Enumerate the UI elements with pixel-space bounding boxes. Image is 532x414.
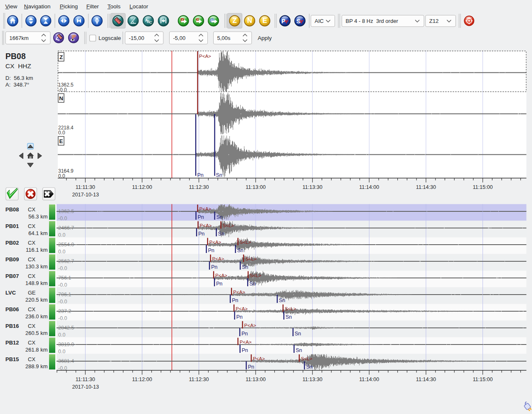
svg-text:LVC: LVC	[5, 290, 16, 296]
svg-text:CX: CX	[28, 323, 35, 329]
svg-text:Navigation: Navigation	[24, 3, 51, 10]
svg-text:PB08: PB08	[5, 206, 19, 213]
svg-text:64.1 km: 64.1 km	[28, 230, 47, 236]
svg-text:11:13:00: 11:13:00	[246, 377, 266, 382]
svg-text:Sn: Sn	[217, 214, 223, 220]
svg-text:S: S	[196, 17, 200, 24]
svg-text:130.3 km: 130.3 km	[25, 263, 47, 270]
svg-text:148.9 km: 148.9 km	[25, 280, 47, 286]
svg-text:11:11:30: 11:11:30	[76, 184, 95, 190]
svg-text:11:12:30: 11:12:30	[189, 377, 209, 382]
svg-text:P<A>: P<A>	[200, 223, 212, 228]
svg-text:PB09: PB09	[5, 256, 19, 263]
svg-text:0.0: 0.0	[58, 349, 65, 355]
svg-text:S<L>: S<L>	[301, 356, 313, 361]
svg-text:A: 348.7°: A: 348.7°	[5, 82, 29, 88]
svg-text:-0.0: -0.0	[58, 265, 67, 271]
svg-text:236.0 km: 236.0 km	[25, 313, 47, 320]
svg-text:S<L>: S<L>	[285, 306, 296, 311]
svg-text:11:13:00: 11:13:00	[246, 184, 266, 190]
svg-text:Tools: Tools	[107, 3, 121, 10]
svg-text:S<L>: S<L>	[250, 273, 261, 278]
svg-text:2017-10-13: 2017-10-13	[72, 384, 99, 390]
svg-text:-5,00: -5,00	[173, 35, 186, 41]
svg-text:PB15: PB15	[5, 356, 19, 362]
svg-text:11:11:30: 11:11:30	[76, 377, 95, 382]
svg-text:11:14:30: 11:14:30	[416, 377, 436, 382]
svg-text:CX: CX	[28, 273, 35, 279]
svg-text:Sn: Sn	[295, 331, 301, 337]
svg-text:Z: Z	[232, 17, 236, 24]
svg-text:-0.0: -0.0	[58, 282, 67, 288]
svg-text:P<A>: P<A>	[209, 240, 222, 245]
svg-text:D: 56.3 km: D: 56.3 km	[5, 75, 33, 81]
svg-text:288.9 km: 288.9 km	[25, 363, 47, 369]
svg-text:11:14:30: 11:14:30	[416, 184, 436, 190]
svg-text:-0.0: -0.0	[58, 299, 67, 305]
svg-text:-0.0: -0.0	[58, 216, 67, 221]
svg-text:261.8 km: 261.8 km	[25, 347, 47, 353]
svg-text:220.5 km: 220.5 km	[25, 297, 47, 303]
svg-text:11:12:00: 11:12:00	[132, 184, 152, 190]
svg-text:PB12: PB12	[5, 340, 19, 346]
svg-text:CX: CX	[28, 240, 35, 246]
svg-text:260.5 km: 260.5 km	[25, 330, 47, 336]
svg-text:Pn: Pn	[248, 364, 254, 370]
svg-text:2017-10-13: 2017-10-13	[72, 192, 99, 198]
svg-text:CX: CX	[28, 356, 35, 362]
svg-text:0.0: 0.0	[58, 332, 65, 338]
svg-text:116.1 km: 116.1 km	[26, 247, 48, 253]
svg-text:P<A>: P<A>	[212, 256, 224, 261]
svg-text:Pn: Pn	[197, 172, 204, 178]
svg-text:Pn: Pn	[198, 214, 204, 220]
svg-text:View: View	[5, 3, 17, 10]
svg-text:P<A>: P<A>	[233, 290, 245, 295]
svg-text:Z12: Z12	[429, 18, 438, 24]
svg-text:Pn: Pn	[198, 231, 204, 237]
svg-text:Sn: Sn	[249, 281, 256, 287]
svg-text:Picking: Picking	[60, 3, 78, 10]
svg-text:GE: GE	[28, 290, 36, 296]
svg-text:CX: CX	[28, 340, 35, 346]
svg-text:CX: CX	[28, 206, 35, 213]
svg-text:P<A>: P<A>	[253, 356, 265, 361]
svg-text:Sn: Sn	[216, 172, 222, 178]
svg-text:P<A>: P<A>	[200, 206, 212, 211]
svg-text:S<L>: S<L>	[240, 240, 251, 245]
svg-text:CX: CX	[28, 306, 35, 312]
svg-text:Sn: Sn	[279, 297, 285, 303]
svg-text:S<L>: S<L>	[223, 223, 234, 228]
svg-text:Locator: Locator	[130, 3, 149, 10]
svg-text:PB02: PB02	[5, 240, 19, 246]
svg-text:CX: CX	[28, 223, 35, 229]
svg-text:N: N	[247, 17, 252, 24]
svg-text:|P: |P	[72, 34, 76, 39]
svg-text:P<A>: P<A>	[199, 54, 211, 59]
svg-text:CX: CX	[28, 256, 35, 263]
svg-text:BP 4 - 8 Hz 3rd order: BP 4 - 8 Hz 3rd order	[346, 18, 399, 24]
svg-text:Pn: Pn	[208, 248, 214, 253]
svg-text:S<L>: S<L>	[245, 256, 257, 261]
svg-text:0.0: 0.0	[58, 232, 65, 238]
svg-text:PB16: PB16	[5, 323, 19, 329]
svg-text:Z: Z	[59, 54, 63, 60]
svg-text:11:13:30: 11:13:30	[303, 377, 323, 382]
svg-text:11:14:00: 11:14:00	[359, 184, 379, 190]
svg-text:Pn: Pn	[216, 281, 222, 287]
svg-text:P<A>: P<A>	[244, 323, 256, 328]
svg-text:11:13:30: 11:13:30	[303, 184, 323, 190]
svg-text:Sn: Sn	[306, 364, 313, 370]
svg-text:0.0: 0.0	[58, 249, 65, 255]
svg-text:P<A>: P<A>	[240, 340, 252, 345]
svg-text:P: P	[180, 17, 184, 24]
svg-text:56.3 km: 56.3 km	[28, 213, 47, 220]
svg-text:Sn: Sn	[242, 264, 248, 270]
svg-text:11:12:30: 11:12:30	[189, 184, 209, 190]
svg-text:N: N	[59, 95, 63, 102]
svg-text:11:15:00: 11:15:00	[473, 184, 493, 190]
svg-text:PB08: PB08	[5, 52, 26, 61]
svg-text:Pn: Pn	[236, 314, 243, 320]
svg-text:P<A>: P<A>	[236, 306, 248, 311]
svg-text:Sn: Sn	[296, 347, 302, 353]
svg-text:Sn: Sn	[286, 314, 292, 320]
